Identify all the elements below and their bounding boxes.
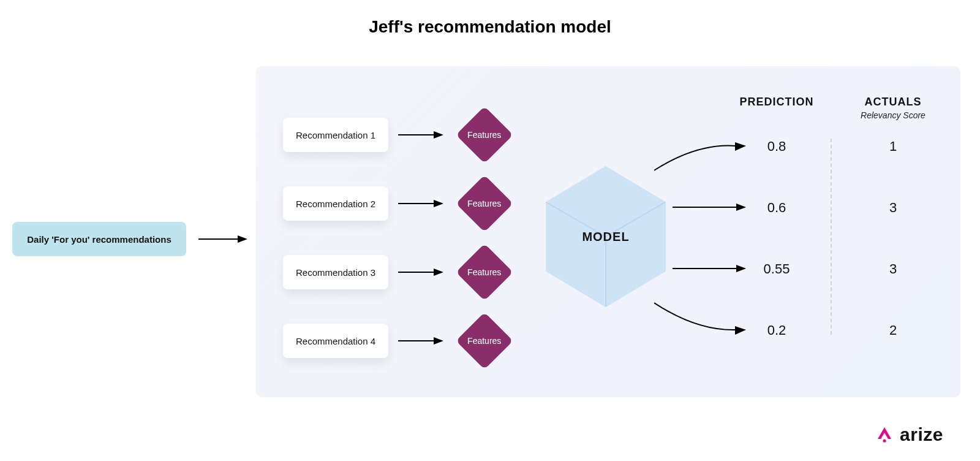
recommendation-card-1-label: Recommendation 1 — [296, 130, 375, 140]
arrow-model-to-pred4 — [654, 299, 746, 336]
arrow-model-to-pred3 — [673, 261, 746, 276]
arrow-model-to-pred1 — [654, 140, 746, 177]
svg-point-20 — [883, 439, 886, 442]
features-diamond-4: Features — [456, 312, 513, 369]
input-pill-label: Daily 'For you' recommendations — [27, 234, 172, 245]
recommendation-card-3-label: Recommendation 3 — [296, 267, 375, 278]
features-diamond-4-label: Features — [467, 336, 501, 346]
recommendation-card-4-label: Recommendation 4 — [296, 336, 375, 346]
arrow-rec1-to-feat — [398, 128, 443, 142]
page-title: Jeff's recommendation model — [369, 17, 611, 37]
prediction-value-1: 0.8 — [740, 139, 813, 154]
features-diamond-2: Features — [456, 175, 513, 232]
model-label: MODEL — [582, 230, 629, 244]
arrow-model-to-pred2 — [673, 200, 746, 215]
arrow-input-to-panel — [198, 232, 247, 246]
input-pill: Daily 'For you' recommendations — [12, 222, 186, 256]
features-diamond-2-label: Features — [467, 199, 501, 208]
arrow-rec2-to-feat — [398, 196, 443, 211]
recommendation-card-1: Recommendation 1 — [283, 118, 388, 152]
svg-marker-9 — [434, 337, 443, 345]
features-diamond-1-label: Features — [467, 130, 501, 140]
prediction-value-2: 0.6 — [740, 200, 813, 216]
actual-value-2: 3 — [856, 200, 930, 216]
brand-logo-text: arize — [900, 424, 943, 445]
model-hexagon: MODEL — [541, 164, 670, 309]
arrow-rec4-to-feat — [398, 333, 443, 348]
recommendation-card-4: Recommendation 4 — [283, 324, 388, 358]
actuals-subheader: Relevancy Score — [838, 110, 948, 120]
features-diamond-3: Features — [456, 243, 513, 300]
svg-marker-1 — [238, 235, 247, 243]
svg-marker-5 — [434, 200, 443, 207]
brand-logo-icon — [875, 425, 894, 444]
prediction-value-4: 0.2 — [740, 322, 813, 338]
recommendation-card-2: Recommendation 2 — [283, 186, 388, 221]
features-diamond-1: Features — [456, 106, 513, 163]
actual-value-3: 3 — [856, 261, 930, 277]
arrow-rec3-to-feat — [398, 265, 443, 280]
main-panel: Recommendation 1 Features Recommendation… — [256, 66, 960, 397]
dashed-separator — [831, 139, 832, 335]
prediction-header: PREDICTION — [722, 96, 832, 109]
actual-value-4: 2 — [856, 322, 930, 338]
recommendation-card-2-label: Recommendation 2 — [296, 199, 375, 209]
svg-marker-7 — [434, 269, 443, 276]
actual-value-1: 1 — [856, 139, 930, 154]
features-diamond-3-label: Features — [467, 267, 501, 277]
prediction-value-3: 0.55 — [740, 261, 813, 277]
brand-logo: arize — [875, 424, 943, 445]
recommendation-card-3: Recommendation 3 — [283, 255, 388, 289]
actuals-header: ACTUALS — [838, 96, 948, 109]
svg-marker-3 — [434, 131, 443, 139]
